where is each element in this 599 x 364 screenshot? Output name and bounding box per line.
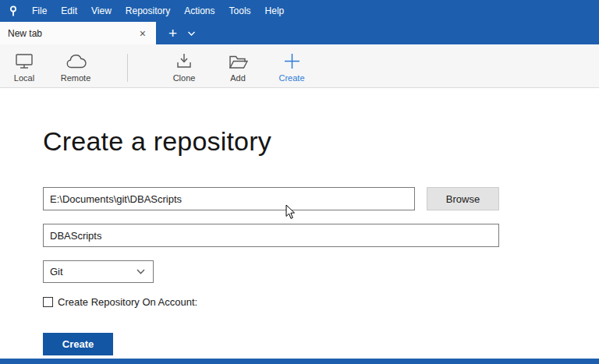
cloud-icon <box>66 51 87 69</box>
chevron-down-icon <box>136 269 147 274</box>
create-button[interactable]: Create <box>43 333 113 355</box>
toolbar-remote-label: Remote <box>61 73 91 83</box>
toolbar-separator <box>127 54 128 82</box>
menu-file[interactable]: File <box>25 0 54 22</box>
app-window: File Edit View Repository Actions Tools … <box>0 0 599 364</box>
tab-new-tab[interactable]: New tab × <box>0 22 156 44</box>
toolbar-local-button[interactable]: Local <box>6 49 42 83</box>
menu-repository[interactable]: Repository <box>119 0 177 22</box>
menu-bar: File Edit View Repository Actions Tools … <box>0 0 599 22</box>
tab-close-icon[interactable]: × <box>137 28 148 39</box>
repository-path-input[interactable] <box>43 187 415 210</box>
menu-edit[interactable]: Edit <box>54 0 84 22</box>
tab-bar: New tab × + <box>0 22 599 44</box>
toolbar-local-label: Local <box>14 73 34 83</box>
plus-icon <box>284 51 300 69</box>
create-on-account-label: Create Repository On Account: <box>58 296 197 308</box>
menu-view[interactable]: View <box>84 0 119 22</box>
tab-label: New tab <box>8 28 42 39</box>
toolbar-create-button[interactable]: Create <box>271 49 312 83</box>
tab-list-dropdown-icon[interactable] <box>188 31 195 36</box>
toolbar-add-label: Add <box>230 73 246 83</box>
page-title: Create a repository <box>43 126 271 157</box>
create-on-account-checkbox[interactable] <box>43 297 53 307</box>
create-on-account-row: Create Repository On Account: <box>43 296 197 308</box>
menu-tools[interactable]: Tools <box>222 0 258 22</box>
menu-help[interactable]: Help <box>258 0 292 22</box>
bottom-status-strip <box>0 359 599 364</box>
vcs-type-select[interactable]: Git <box>43 260 154 283</box>
toolbar-add-button[interactable]: Add <box>219 49 257 83</box>
repository-name-input[interactable] <box>43 224 499 247</box>
vcs-type-value: Git <box>50 266 63 277</box>
folder-icon <box>229 51 248 69</box>
monitor-icon <box>15 51 34 69</box>
toolbar: Local Remote Clone <box>0 44 599 88</box>
toolbar-clone-button[interactable]: Clone <box>165 49 203 83</box>
menu-actions[interactable]: Actions <box>177 0 222 22</box>
toolbar-create-label: Create <box>278 73 304 83</box>
toolbar-clone-label: Clone <box>173 73 196 83</box>
new-tab-button[interactable]: + <box>168 22 177 44</box>
sourcetree-logo-icon <box>6 4 20 18</box>
download-icon <box>175 51 193 69</box>
browse-button[interactable]: Browse <box>427 187 499 210</box>
toolbar-remote-button[interactable]: Remote <box>55 49 96 83</box>
